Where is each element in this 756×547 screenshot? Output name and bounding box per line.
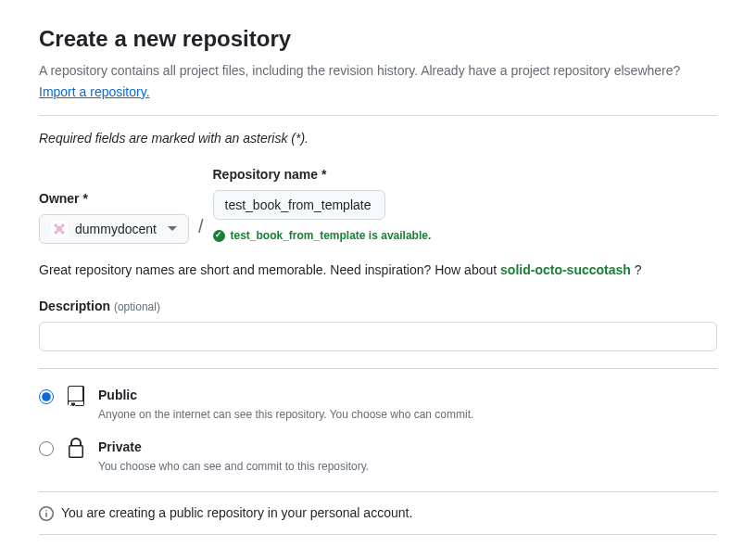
check-circle-icon: ✓ xyxy=(213,230,225,242)
description-label: Description (optional) xyxy=(39,297,717,316)
description-input[interactable] xyxy=(39,322,717,351)
repo-name-label: Repository name * xyxy=(213,165,432,184)
repo-name-input[interactable] xyxy=(213,190,385,220)
visibility-private-desc: You choose who can see and commit to thi… xyxy=(98,458,717,475)
info-icon xyxy=(39,506,54,521)
owner-select[interactable]: dummydocent xyxy=(39,214,189,244)
repo-name-suggestion-link[interactable]: solid-octo-succotash xyxy=(500,262,631,277)
visibility-public-radio[interactable] xyxy=(39,389,54,404)
required-fields-note: Required fields are marked with an aster… xyxy=(39,129,717,148)
owner-repo-separator: / xyxy=(189,212,213,244)
hint-prefix: Great repository names are short and mem… xyxy=(39,262,500,277)
visibility-public-title: Public xyxy=(98,386,717,405)
repo-availability-text: test_book_from_template is available. xyxy=(231,227,432,244)
repo-icon xyxy=(65,385,87,407)
description-label-text: Description xyxy=(39,299,110,313)
optional-indicator: (optional) xyxy=(114,300,160,313)
hint-suffix: ? xyxy=(631,262,642,277)
lock-icon xyxy=(65,437,87,459)
owner-avatar xyxy=(51,221,68,237)
owner-label: Owner * xyxy=(39,189,189,209)
info-text: You are creating a public repository in … xyxy=(61,503,412,523)
visibility-public-desc: Anyone on the internet can see this repo… xyxy=(98,406,717,423)
divider xyxy=(39,115,717,116)
repo-name-hint: Great repository names are short and mem… xyxy=(39,261,717,280)
caret-down-icon xyxy=(168,226,177,232)
repo-availability-message: ✓ test_book_from_template is available. xyxy=(213,227,432,244)
import-repository-link[interactable]: Import a repository. xyxy=(39,83,150,102)
visibility-private-radio[interactable] xyxy=(39,441,54,456)
owner-name: dummydocent xyxy=(75,220,157,239)
visibility-private-title: Private xyxy=(98,438,717,457)
page-subtitle: A repository contains all project files,… xyxy=(39,61,717,81)
page-title: Create a new repository xyxy=(39,22,717,56)
